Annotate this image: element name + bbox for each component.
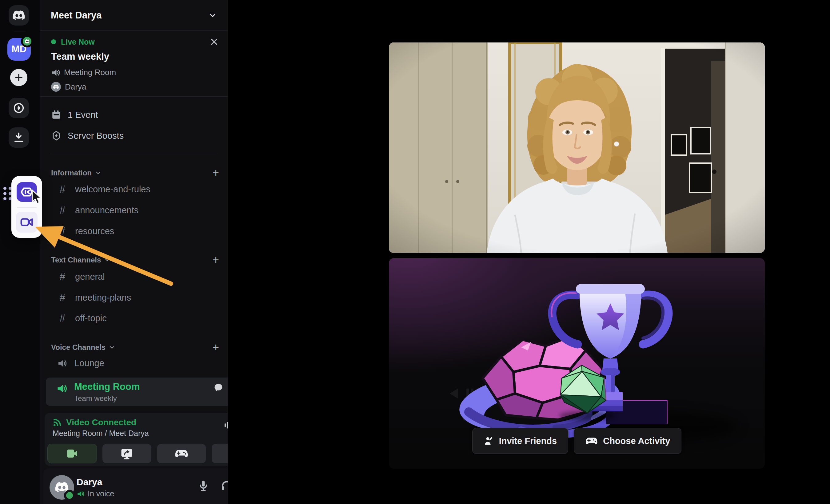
widget-divider	[17, 208, 37, 208]
boosts-label: Server Boosts	[68, 131, 124, 141]
live-dot	[51, 39, 56, 44]
calendar-icon	[51, 109, 62, 120]
chevron-down-icon	[95, 169, 101, 176]
webcam-video-frame	[389, 42, 765, 253]
discord-app-window: MD Meet Darya Live Now	[0, 0, 830, 504]
game-controller-icon	[585, 436, 598, 446]
server-rail: MD	[0, 0, 40, 504]
activities-button[interactable]	[157, 444, 206, 463]
active-voice-channel-name: Meeting Room	[74, 381, 140, 392]
events-label: 1 Event	[68, 110, 98, 120]
choose-activity-button[interactable]: Choose Activity	[574, 428, 681, 454]
category-information[interactable]: Information +	[51, 167, 219, 179]
username: Darya	[76, 477, 102, 487]
game-controller-icon	[174, 448, 189, 459]
chevron-down-icon	[208, 11, 217, 20]
call-stage: Invite Friends Choose Activity	[228, 0, 830, 504]
hash-icon: #	[57, 183, 68, 195]
category-label: Text Channels	[51, 256, 101, 264]
widget-bot-app-button[interactable]	[17, 182, 37, 202]
boost-icon	[51, 130, 62, 141]
activity-actions: Invite Friends Choose Activity	[389, 428, 765, 454]
dismiss-live-button[interactable]	[209, 37, 219, 47]
add-channel-button[interactable]: +	[213, 342, 219, 353]
channel-general[interactable]: # general	[57, 271, 105, 282]
server-boosts-menu-item[interactable]: Server Boosts	[51, 130, 124, 141]
speaker-icon-active	[56, 383, 67, 394]
category-label: Voice Channels	[51, 343, 105, 352]
channel-announcements[interactable]: # announcements	[57, 204, 138, 216]
chevron-down-icon	[104, 257, 111, 263]
live-event-title: Team weekly	[51, 51, 109, 62]
connection-status-text: Video Connected	[66, 417, 136, 428]
category-text-channels[interactable]: Text Channels +	[51, 254, 219, 265]
widget-camera-button[interactable]	[16, 212, 37, 232]
screen-share-button[interactable]	[102, 444, 151, 463]
server-header[interactable]: Meet Darya	[40, 0, 228, 31]
floating-pip-widget[interactable]	[11, 176, 42, 238]
hash-icon: #	[57, 292, 68, 304]
add-channel-button[interactable]: +	[213, 254, 219, 265]
open-chat-icon[interactable]	[214, 383, 223, 392]
channel-sidebar: Meet Darya Live Now Team weekly Meeting …	[40, 0, 228, 504]
connection-status: Video Connected	[53, 417, 136, 428]
choose-activity-label: Choose Activity	[603, 436, 670, 446]
discord-logo-icon	[12, 10, 26, 21]
channel-name: Lounge	[74, 358, 104, 368]
category-voice-channels[interactable]: Voice Channels +	[51, 342, 219, 353]
robot-bot-icon	[20, 186, 34, 198]
live-channel-row[interactable]: Meeting Room	[51, 68, 116, 77]
user-avatar[interactable]	[50, 475, 74, 500]
add-server-button[interactable]	[10, 69, 27, 86]
live-host-row: Darya	[51, 82, 86, 92]
chevron-down-icon	[108, 344, 115, 351]
live-now-section: Live Now Team weekly Meeting Room Darya	[40, 31, 228, 97]
hash-icon: #	[57, 312, 68, 324]
activity-tile[interactable]: Invite Friends Choose Activity	[389, 258, 765, 469]
download-apps-button[interactable]	[9, 127, 29, 148]
channel-name: off-topic	[75, 313, 107, 323]
events-menu-item[interactable]: 1 Event	[51, 109, 98, 120]
user-voice-status: In voice	[76, 489, 114, 498]
channel-resources[interactable]: # resources	[57, 225, 114, 237]
speaker-icon	[57, 358, 67, 368]
server-icon-meet-darya[interactable]: MD	[7, 38, 31, 61]
stream-signal-icon	[53, 418, 62, 427]
hash-icon: #	[57, 225, 68, 237]
invite-friends-button[interactable]: Invite Friends	[472, 428, 569, 454]
person-wave-icon	[484, 436, 494, 446]
voice-channel-lounge[interactable]: Lounge	[57, 358, 104, 368]
channel-meeting-plans[interactable]: # meeting-plans	[57, 292, 131, 304]
explore-servers-button[interactable]	[9, 98, 29, 118]
home-button[interactable]	[9, 5, 29, 26]
speaker-icon	[76, 490, 85, 498]
add-channel-button[interactable]: +	[213, 167, 219, 179]
participant-video-tile[interactable]	[389, 42, 765, 253]
widget-drag-handle[interactable]	[3, 186, 12, 200]
channel-welcome-and-rules[interactable]: # welcome-and-rules	[57, 183, 151, 195]
mute-mic-icon[interactable]	[197, 479, 210, 492]
discord-logo-icon	[53, 85, 59, 89]
video-camera-icon	[66, 447, 78, 460]
online-status-dot	[64, 490, 75, 501]
rail-divider	[13, 31, 27, 31]
hash-icon: #	[57, 204, 68, 216]
channel-name: welcome-and-rules	[75, 184, 151, 194]
server-event-badge	[21, 35, 33, 48]
close-icon	[209, 37, 219, 47]
live-host-name: Darya	[65, 82, 86, 92]
channel-name: announcements	[75, 205, 138, 215]
live-event-title-row[interactable]: Team weekly	[51, 51, 109, 62]
compass-icon	[13, 102, 25, 114]
host-avatar	[51, 82, 61, 92]
download-icon	[13, 132, 25, 144]
camera-toggle-button[interactable]	[48, 444, 97, 463]
live-now-badge: Live Now	[61, 37, 95, 46]
sidebar-divider	[50, 154, 218, 154]
live-now-row: Live Now	[51, 37, 219, 47]
server-name: Meet Darya	[51, 10, 208, 21]
invite-friends-label: Invite Friends	[499, 436, 557, 446]
channel-off-topic[interactable]: # off-topic	[57, 312, 107, 324]
voice-status-text: In voice	[88, 489, 114, 498]
connection-location: Meeting Room / Meet Darya	[53, 429, 149, 438]
